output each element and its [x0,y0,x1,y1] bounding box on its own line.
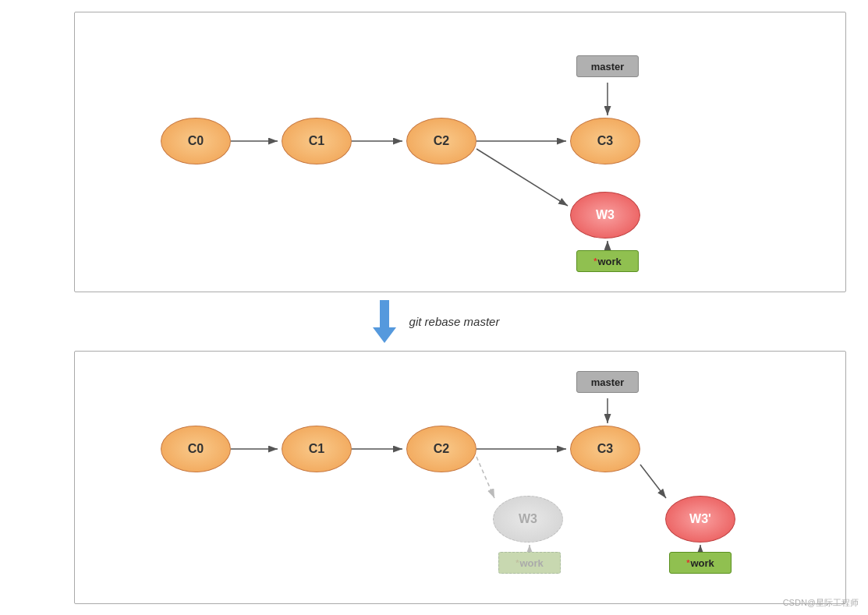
svg-marker-11 [373,327,396,343]
svg-line-18 [640,465,666,498]
label-work-faded-bottom: *work [498,552,561,574]
node-c2-bottom: C2 [406,426,477,472]
node-w3-top: W3 [570,192,640,239]
down-arrow-svg [369,300,400,343]
top-diagram-box: C0 C1 C2 C3 W3 master *work [74,12,846,292]
svg-line-19 [477,457,494,498]
node-c3-top: C3 [570,118,640,164]
node-c0-bottom: C0 [161,426,231,472]
node-c0-top: C0 [161,118,231,164]
middle-section: git rebase master [0,292,868,351]
node-c1-bottom: C1 [282,426,352,472]
node-c2-top: C2 [406,118,477,164]
rebase-command-label: git rebase master [409,315,500,328]
node-w3-faded-bottom: W3 [493,496,563,543]
node-c1-top: C1 [282,118,352,164]
main-container: C0 C1 C2 C3 W3 master *work [0,0,868,615]
bottom-diagram-box: C0 C1 C2 C3 W3 W3' master *work [74,351,846,604]
label-master-bottom: master [576,371,639,393]
node-w3prime-bottom: W3' [665,496,735,543]
label-work-top: *work [576,250,639,272]
svg-line-6 [477,149,568,206]
label-work-active-bottom: *work [669,552,732,574]
node-c3-bottom: C3 [570,426,640,472]
watermark: CSDN@星际工程师 [783,597,859,609]
label-master-top: master [576,55,639,77]
